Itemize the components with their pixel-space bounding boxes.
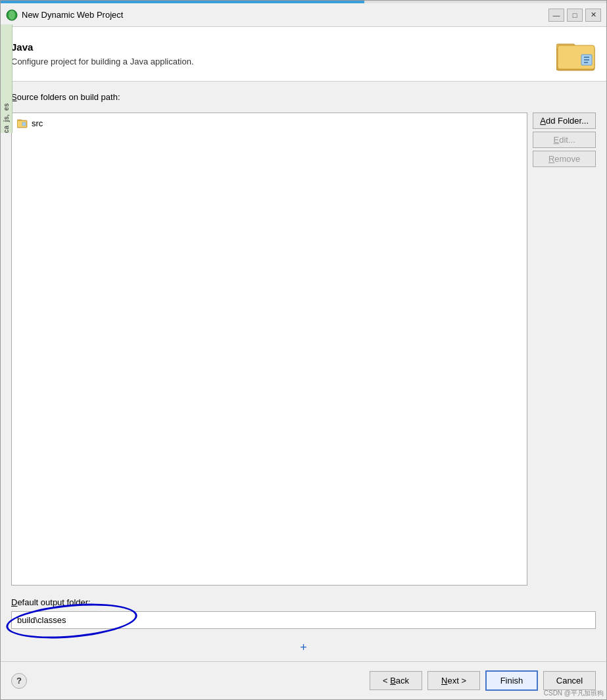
src-folder-icon: [17, 118, 28, 128]
add-source-button[interactable]: +: [295, 639, 312, 656]
eclipse-icon: [6, 9, 18, 21]
svg-rect-12: [22, 122, 26, 126]
window-title: New Dynamic Web Project: [22, 10, 548, 20]
edit-button[interactable]: Edit...: [533, 132, 596, 148]
back-button[interactable]: < Back: [370, 671, 422, 690]
title-bar: New Dynamic Web Project — □ ✕: [1, 3, 606, 27]
left-panel-strip: es js, ca: [1, 24, 12, 133]
side-buttons: Add Folder... Edit... Remove: [533, 113, 596, 586]
plus-section: +: [11, 639, 596, 656]
finish-button[interactable]: Finish: [485, 670, 538, 691]
dialog-window: New Dynamic Web Project — □ ✕ Java Confi…: [0, 0, 607, 700]
left-panel-text-3: ca: [3, 126, 10, 133]
left-panel-text-2: js,: [3, 114, 10, 122]
window-controls: — □ ✕: [548, 9, 601, 22]
folder-item-name: src: [32, 118, 43, 128]
header-text: Java Configure project for building a Ja…: [11, 41, 194, 66]
output-folder-input[interactable]: [11, 611, 596, 629]
help-button[interactable]: ?: [11, 673, 27, 689]
list-item: src: [14, 116, 524, 130]
header-title: Java: [11, 41, 194, 53]
source-folders-label: Source folders on build path:: [11, 92, 596, 102]
folders-row: src Add Folder... Edit... Remove: [11, 113, 596, 586]
close-button[interactable]: ✕: [585, 9, 601, 22]
watermark: CSDN @平凡加班狗: [544, 689, 604, 698]
main-content: Source folders on build path: src: [1, 82, 606, 661]
header-folder-icon: [556, 36, 596, 72]
header-section: Java Configure project for building a Ja…: [1, 27, 606, 82]
maximize-button[interactable]: □: [567, 9, 583, 22]
source-folders-list[interactable]: src: [11, 113, 527, 586]
remove-button[interactable]: Remove: [533, 151, 596, 167]
output-folder-label: Default output folder:: [11, 597, 596, 607]
header-subtitle: Configure project for building a Java ap…: [11, 57, 194, 66]
footer: ? < Back Next > Finish Cancel: [1, 661, 606, 699]
left-panel-text-1: es: [3, 103, 10, 111]
svg-point-1: [9, 11, 15, 20]
output-section: Default output folder:: [11, 597, 596, 629]
add-folder-button[interactable]: Add Folder...: [533, 113, 596, 129]
minimize-button[interactable]: —: [548, 9, 564, 22]
next-button[interactable]: Next >: [427, 671, 480, 690]
cancel-button[interactable]: Cancel: [543, 671, 596, 690]
